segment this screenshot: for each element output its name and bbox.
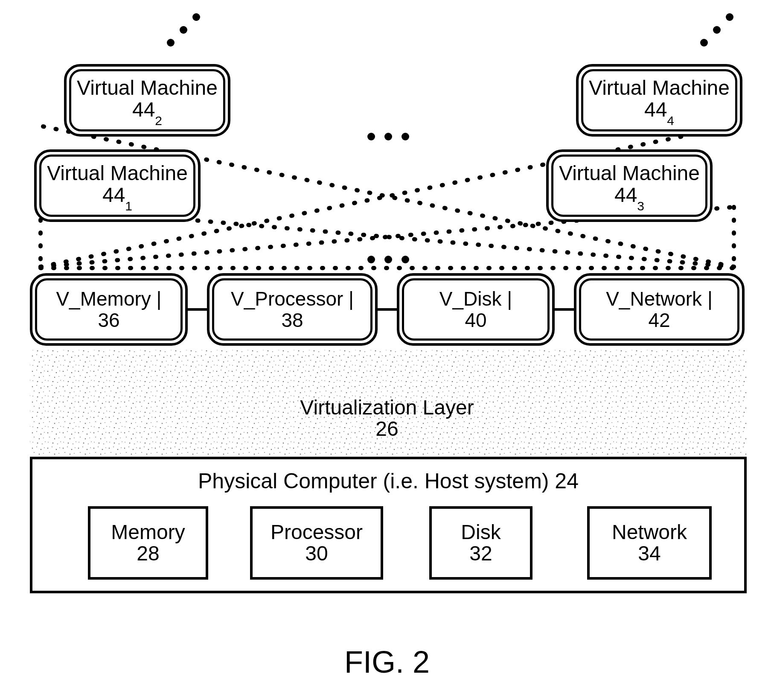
svg-point-25: [726, 13, 733, 21]
phys-network-box: Network 34: [587, 506, 712, 580]
vm-ref-base: 44: [614, 184, 637, 206]
vres-ref: 38: [281, 310, 303, 330]
diagram-canvas: Virtual Machine 442 Virtual Machine 441 …: [0, 0, 774, 700]
vres-disk-box: V_Disk | 40: [397, 273, 555, 346]
svg-point-21: [180, 26, 187, 34]
phys-comp-ref: 34: [638, 543, 661, 564]
virtualization-layer-label: Virtualization Layer 26: [0, 397, 774, 440]
phys-comp-name: Disk: [461, 522, 500, 543]
vm-box-3: Virtual Machine 443: [546, 149, 713, 222]
phys-comp-name: Network: [612, 522, 687, 543]
vm-ref-base: 44: [132, 98, 155, 121]
vm-title: Virtual Machine: [77, 77, 218, 99]
connector-line: [378, 308, 397, 311]
vres-name: V_Memory |: [56, 289, 161, 309]
vres-network-label: V_Network | 42: [576, 276, 742, 343]
svg-point-26: [367, 133, 375, 140]
vm-ref-sub: 3: [637, 199, 644, 213]
vm-ref-sub: 2: [155, 114, 162, 128]
vm-ref-sub: 1: [125, 199, 132, 213]
phys-memory-box: Memory 28: [88, 506, 208, 580]
svg-point-27: [384, 133, 392, 140]
phys-processor-box: Processor 30: [250, 506, 383, 580]
vres-ref: 40: [465, 310, 486, 330]
physical-computer-box: Physical Computer (i.e. Host system) 24 …: [30, 457, 747, 593]
phys-comp-ref: 28: [137, 543, 159, 564]
phys-comp-name: Processor: [271, 522, 363, 543]
virt-label-ref: 26: [0, 418, 774, 440]
vm-box-2-label: Virtual Machine 442: [67, 67, 228, 134]
figure-caption: FIG. 2: [0, 645, 774, 680]
vm-title: Virtual Machine: [589, 77, 730, 99]
svg-point-31: [402, 256, 409, 263]
vres-name: V_Network |: [606, 289, 713, 309]
vm-title: Virtual Machine: [47, 163, 188, 184]
virt-label-text: Virtualization Layer: [300, 396, 474, 419]
vres-memory-label: V_Memory | 36: [32, 276, 185, 343]
phys-disk-box: Disk 32: [429, 506, 532, 580]
vres-processor-box: V_Processor | 38: [207, 273, 378, 346]
vres-name: V_Processor |: [231, 289, 354, 309]
svg-point-20: [167, 39, 175, 47]
svg-point-22: [192, 13, 200, 21]
vm-box-2: Virtual Machine 442: [64, 64, 230, 137]
svg-point-29: [367, 256, 375, 263]
vm-box-4: Virtual Machine 444: [576, 64, 742, 137]
vres-ref: 42: [648, 310, 670, 330]
svg-point-28: [402, 133, 409, 140]
vm-box-4-label: Virtual Machine 444: [579, 67, 740, 134]
vres-processor-label: V_Processor | 38: [210, 276, 375, 343]
phys-comp-ref: 30: [305, 543, 328, 564]
vres-disk-label: V_Disk | 40: [399, 276, 552, 343]
vres-ref: 36: [98, 310, 119, 330]
vm-ref-base: 44: [102, 184, 125, 206]
svg-point-24: [713, 26, 721, 34]
vm-ref-sub: 4: [667, 114, 674, 128]
svg-point-23: [700, 39, 708, 47]
svg-point-30: [384, 256, 392, 263]
vres-memory-box: V_Memory | 36: [30, 273, 188, 346]
vres-name: V_Disk |: [439, 289, 512, 309]
vm-title: Virtual Machine: [559, 163, 700, 184]
phys-comp-ref: 32: [469, 543, 492, 564]
connector-line: [555, 308, 574, 311]
phys-comp-name: Memory: [111, 522, 185, 543]
vm-box-1-label: Virtual Machine 441: [37, 152, 198, 219]
vres-network-box: V_Network | 42: [574, 273, 745, 346]
vm-ref-base: 44: [644, 98, 667, 121]
vm-box-1: Virtual Machine 441: [34, 149, 201, 222]
physical-computer-title: Physical Computer (i.e. Host system) 24: [32, 469, 744, 493]
vm-box-3-label: Virtual Machine 443: [549, 152, 710, 219]
connector-line: [188, 308, 207, 311]
